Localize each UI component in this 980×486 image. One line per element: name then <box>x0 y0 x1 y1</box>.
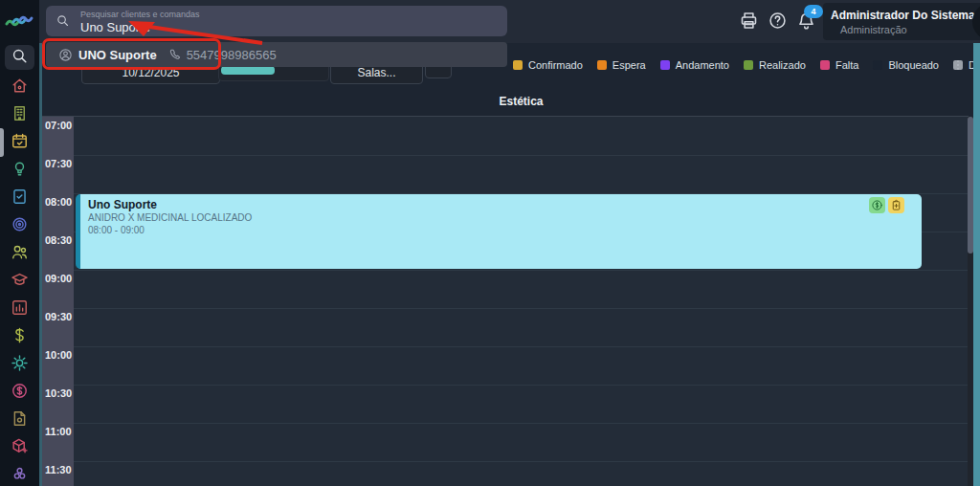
legend-item: Andamento <box>660 59 729 71</box>
appointment-time: 08:00 - 09:00 <box>88 225 145 235</box>
sidebar-item-integrations[interactable] <box>0 462 39 486</box>
products-icon <box>11 437 29 459</box>
clients-icon <box>11 243 29 265</box>
appointment-service: ANIDRO X MEDICINAL LOCALIZADO <box>88 212 252 223</box>
reports-icon <box>11 298 29 320</box>
person-icon <box>58 48 73 62</box>
sidebar-item-search[interactable] <box>5 45 34 70</box>
grid-line <box>74 423 969 424</box>
sidebar-item-billing[interactable] <box>0 379 39 406</box>
content-left-border <box>39 43 42 486</box>
result-phone: 5547998986565 <box>187 48 277 62</box>
result-name: UNO Suporte <box>78 48 157 62</box>
time-label: 11:30 <box>42 464 74 475</box>
search-input[interactable]: Pesquisar clientes e comandas Uno Suport… <box>46 6 507 36</box>
money-icon[interactable] <box>869 197 885 213</box>
legend-item: Confirmado <box>513 59 583 71</box>
grid-line <box>74 385 969 386</box>
sidebar-item-home[interactable] <box>0 74 39 100</box>
sidebar-item-reports[interactable] <box>0 296 39 322</box>
search-placeholder: Pesquisar clientes e comandas <box>80 10 200 19</box>
search-value: Uno Suporte <box>80 20 150 34</box>
loading-progress-bar <box>221 66 275 75</box>
legend-color-swatch <box>820 60 830 70</box>
legend-item: Realizado <box>744 59 806 71</box>
content-right-border <box>973 43 980 486</box>
sidebar-item-idea[interactable] <box>0 157 39 184</box>
search-icon <box>56 13 70 32</box>
legend-menu-icon[interactable] <box>951 55 965 75</box>
help-button[interactable] <box>768 11 788 34</box>
phone-icon <box>168 48 182 61</box>
sidebar-item-automation[interactable] <box>0 351 39 378</box>
user-menu[interactable]: Administrador Do Sistema Administração <box>823 3 980 40</box>
grid-line <box>74 308 969 309</box>
time-column: 07:0007:3008:0008:3009:0009:3010:0010:30… <box>42 117 74 486</box>
legend-color-swatch <box>513 60 523 70</box>
legend-label: Espera <box>612 59 646 71</box>
grid-line <box>74 346 969 347</box>
legend-label: Andamento <box>676 59 729 71</box>
company-icon <box>11 104 29 126</box>
legend-color-swatch <box>744 60 753 70</box>
sidebar-item-products[interactable] <box>0 434 39 461</box>
topbar: Pesquisar clientes e comandas Uno Suport… <box>39 0 980 43</box>
integrations-icon <box>11 465 29 486</box>
legend-color-swatch <box>873 60 882 70</box>
time-label: 09:00 <box>42 273 74 284</box>
sidebar-item-target[interactable] <box>0 212 39 239</box>
sidebar-item-courses[interactable] <box>0 268 39 295</box>
legend-label: Falta <box>835 59 858 71</box>
agenda-icon <box>11 132 29 154</box>
legend-item: Espera <box>597 59 646 71</box>
legend-label: Confirmado <box>528 59 583 71</box>
time-label: 11:00 <box>42 426 74 437</box>
sidebar-item-company[interactable] <box>0 101 39 128</box>
stock-icon <box>11 409 29 431</box>
target-icon <box>11 215 29 237</box>
time-label: 10:00 <box>42 349 74 361</box>
appointment-title: Uno Suporte <box>88 198 157 211</box>
grid-line <box>74 270 969 271</box>
notes-icon <box>11 188 29 210</box>
home-icon <box>11 77 29 99</box>
idea-icon <box>11 160 29 182</box>
courses-icon <box>11 271 29 293</box>
sidebar <box>0 0 39 486</box>
search-result-item[interactable]: UNO Suporte 5547998986565 <box>46 42 507 67</box>
grid-line <box>74 155 969 156</box>
search-icon <box>11 47 29 69</box>
legend-item: Falta <box>820 59 858 71</box>
time-label: 07:30 <box>42 158 74 169</box>
appointment-card[interactable]: Uno Suporte ANIDRO X MEDICINAL LOCALIZAD… <box>76 194 922 269</box>
sidebar-item-clients[interactable] <box>0 240 39 267</box>
comanda-icon[interactable] <box>888 197 904 213</box>
sidebar-item-notes[interactable] <box>0 185 39 211</box>
notification-badge: 4 <box>804 5 823 18</box>
legend-color-swatch <box>597 60 607 70</box>
status-legend: ConfirmadoEsperaAndamentoRealizadoFaltaB… <box>513 57 948 73</box>
time-label: 08:00 <box>42 196 74 208</box>
legend-item: Bloqueado <box>873 59 939 71</box>
sidebar-active-indicator <box>0 128 4 157</box>
time-label: 08:30 <box>42 234 74 246</box>
legend-label: Realizado <box>759 59 806 71</box>
time-label: 10:30 <box>42 387 74 399</box>
finance-icon <box>11 326 29 348</box>
legend-label: Bloqueado <box>888 59 939 71</box>
user-role: Administração <box>840 24 907 35</box>
app-root: Pesquisar clientes e comandas Uno Suport… <box>0 0 980 486</box>
time-label: 09:30 <box>42 311 74 322</box>
brand-logo-waves-icon <box>5 8 35 31</box>
sidebar-item-finance[interactable] <box>0 323 39 350</box>
automation-icon <box>11 354 29 376</box>
schedule-grid[interactable] <box>74 117 969 486</box>
sidebar-item-agenda[interactable] <box>0 129 39 156</box>
time-label: 07:00 <box>42 120 74 131</box>
print-button[interactable] <box>739 11 759 34</box>
user-name: Administrador Do Sistema <box>831 9 975 22</box>
sidebar-item-stock[interactable] <box>0 407 39 433</box>
column-title: Estética <box>74 95 969 108</box>
billing-icon <box>11 382 29 404</box>
grid-line <box>74 461 969 462</box>
